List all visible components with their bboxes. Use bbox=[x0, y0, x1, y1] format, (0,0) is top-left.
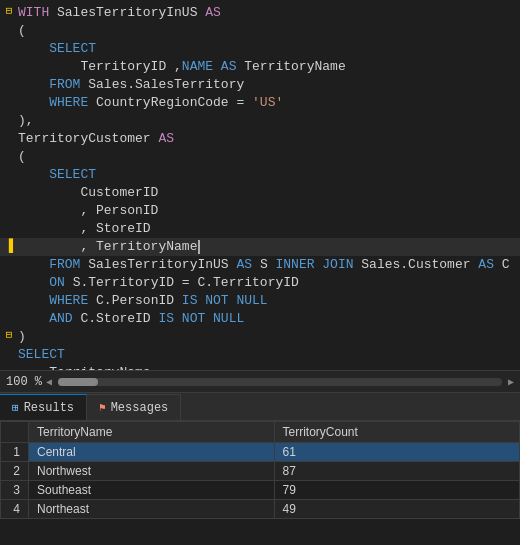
territory-3: Southeast bbox=[29, 481, 275, 500]
code-line-20: SELECT bbox=[0, 346, 520, 364]
code-line-19: ⊟ ) bbox=[0, 328, 520, 346]
code-line-10: SELECT bbox=[0, 166, 520, 184]
code-line-6: WHERE CountryRegionCode = 'US' bbox=[0, 94, 520, 112]
row-num-1: 1 bbox=[1, 443, 29, 462]
territory-4: Northeast bbox=[29, 500, 275, 519]
row-num-4: 4 bbox=[1, 500, 29, 519]
results-table: TerritoryName TerritoryCount 1 Central 6… bbox=[0, 421, 520, 519]
code-line-8: TerritoryCustomer AS bbox=[0, 130, 520, 148]
code-line-15: FROM SalesTerritoryInUS AS S INNER JOIN … bbox=[0, 256, 520, 274]
gutter-19: ⊟ bbox=[0, 328, 18, 341]
territory-1: Central bbox=[29, 443, 275, 462]
row-num-header bbox=[1, 422, 29, 443]
results-tab-icon: ⊞ bbox=[12, 401, 19, 414]
code-line-17: WHERE C.PersonID IS NOT NULL bbox=[0, 292, 520, 310]
scroll-right-icon[interactable]: ▶ bbox=[508, 376, 514, 388]
code-line-5: FROM Sales.SalesTerritory bbox=[0, 76, 520, 94]
code-line-12: , PersonID bbox=[0, 202, 520, 220]
col-territory-name: TerritoryName bbox=[29, 422, 275, 443]
code-line-11: CustomerID bbox=[0, 184, 520, 202]
code-line-1: ⊟ WITH SalesTerritoryInUS AS bbox=[0, 4, 520, 22]
table-row: 4 Northeast 49 bbox=[1, 500, 520, 519]
gutter-indicator: ▐ bbox=[0, 238, 18, 254]
code-line-7: ), bbox=[0, 112, 520, 130]
code-line-21: TerritoryName bbox=[0, 364, 520, 370]
results-area: TerritoryName TerritoryCount 1 Central 6… bbox=[0, 421, 520, 519]
count-4: 49 bbox=[274, 500, 520, 519]
messages-tab-label: Messages bbox=[111, 401, 169, 415]
gutter-1: ⊟ bbox=[0, 4, 18, 17]
count-2: 87 bbox=[274, 462, 520, 481]
tab-bar: ⊞ Results ⚑ Messages bbox=[0, 393, 520, 421]
table-row: 3 Southeast 79 bbox=[1, 481, 520, 500]
code-line-4: TerritoryID ,NAME AS TerritoryName bbox=[0, 58, 520, 76]
editor-area: ⊟ WITH SalesTerritoryInUS AS ( SELECT Te… bbox=[0, 0, 520, 370]
scroll-bar[interactable] bbox=[58, 378, 502, 386]
zoom-label: 100 % bbox=[6, 375, 42, 389]
code-line-3: SELECT bbox=[0, 40, 520, 58]
zoom-row: 100 % ◀ ▶ bbox=[0, 370, 520, 392]
count-1: 61 bbox=[274, 443, 520, 462]
code-line-9: ( bbox=[0, 148, 520, 166]
col-territory-count: TerritoryCount bbox=[274, 422, 520, 443]
results-tab-label: Results bbox=[24, 401, 74, 415]
table-row: 2 Northwest 87 bbox=[1, 462, 520, 481]
row-num-2: 2 bbox=[1, 462, 29, 481]
row-num-3: 3 bbox=[1, 481, 29, 500]
code-line-13: , StoreID bbox=[0, 220, 520, 238]
table-row: 1 Central 61 bbox=[1, 443, 520, 462]
tab-messages[interactable]: ⚑ Messages bbox=[87, 394, 181, 420]
code-line-14: ▐ , TerritoryName bbox=[0, 238, 520, 256]
code-line-2: ( bbox=[0, 22, 520, 40]
messages-tab-icon: ⚑ bbox=[99, 401, 106, 414]
code-line-18: AND C.StoreID IS NOT NULL bbox=[0, 310, 520, 328]
code-line-16: ON S.TerritoryID = C.TerritoryID bbox=[0, 274, 520, 292]
tab-results[interactable]: ⊞ Results bbox=[0, 394, 87, 420]
bottom-panel: ⊞ Results ⚑ Messages TerritoryName Terri… bbox=[0, 392, 520, 519]
scroll-left-icon[interactable]: ◀ bbox=[46, 376, 52, 388]
territory-2: Northwest bbox=[29, 462, 275, 481]
count-3: 79 bbox=[274, 481, 520, 500]
